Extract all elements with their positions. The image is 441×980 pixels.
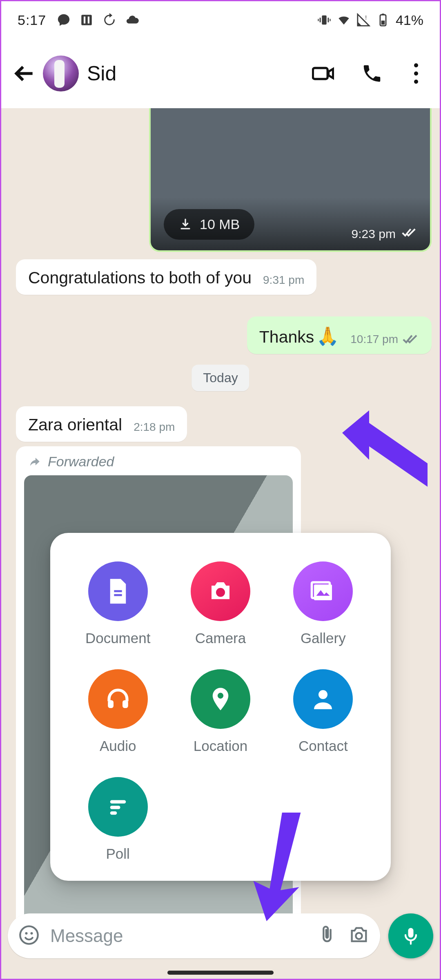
svg-rect-25: [110, 811, 117, 815]
svg-point-22: [318, 690, 327, 699]
media-time: 9:23 pm: [352, 227, 396, 241]
svg-text:!: !: [365, 14, 367, 21]
video-call-button[interactable]: [310, 60, 336, 87]
attach-audio[interactable]: Audio: [67, 669, 169, 754]
svg-rect-5: [327, 18, 329, 22]
option-label: Gallery: [301, 630, 346, 646]
svg-rect-10: [382, 13, 384, 15]
svg-point-16: [216, 588, 225, 597]
svg-rect-23: [110, 800, 126, 804]
forwarded-label: Forwarded: [24, 454, 293, 475]
svg-rect-19: [108, 700, 114, 708]
attach-camera[interactable]: Camera: [169, 561, 272, 646]
read-ticks-icon: [401, 226, 418, 241]
received-message[interactable]: Congratulations to both of you 9:31 pm: [16, 259, 316, 295]
svg-marker-13: [254, 813, 301, 921]
message-time: 2:18 pm: [134, 421, 175, 434]
notification-cloud-icon: [125, 13, 139, 27]
sent-media-message[interactable]: 10 MB 9:23 pm: [149, 108, 432, 252]
annotation-arrow-icon: [338, 410, 428, 502]
svg-rect-1: [84, 17, 85, 24]
svg-point-29: [356, 933, 362, 939]
back-button[interactable]: [9, 57, 41, 90]
message-text: Zara oriental: [28, 415, 122, 434]
attach-poll[interactable]: Poll: [67, 777, 169, 862]
chat-body[interactable]: 10 MB 9:23 pm Congratulations to both of…: [1, 108, 440, 979]
option-label: Poll: [106, 846, 129, 862]
attachment-sheet: Document Camera Gallery Audio Location C…: [50, 533, 391, 881]
option-label: Contact: [298, 738, 348, 754]
media-size: 10 MB: [200, 216, 240, 232]
chat-app-bar: Sid: [1, 39, 440, 108]
poll-icon: [88, 777, 148, 837]
more-options-button[interactable]: [408, 63, 424, 84]
pray-emoji-icon: 🙏: [316, 325, 339, 347]
svg-rect-30: [408, 928, 414, 938]
gallery-icon: [293, 561, 353, 621]
media-meta: 9:23 pm: [352, 226, 418, 241]
signal-icon: !: [356, 13, 370, 27]
message-time: 9:31 pm: [263, 274, 304, 287]
attach-document[interactable]: Document: [67, 561, 169, 646]
message-text: Thanks: [259, 327, 314, 347]
document-icon: [88, 561, 148, 621]
message-text: Congratulations to both of you: [28, 268, 252, 287]
contact-name[interactable]: Sid: [87, 62, 310, 85]
camera-shortcut-icon[interactable]: [348, 924, 370, 947]
notification-app-icon: [80, 13, 94, 27]
attach-contact[interactable]: Contact: [272, 669, 374, 754]
message-time: 10:17 pm: [350, 333, 398, 347]
notification-chat-icon: [57, 13, 71, 27]
svg-rect-4: [320, 18, 321, 22]
voice-record-button[interactable]: [388, 913, 433, 958]
composer-area: Message: [8, 913, 433, 958]
download-media-button[interactable]: 10 MB: [164, 209, 254, 240]
svg-rect-3: [322, 16, 326, 25]
voice-call-button[interactable]: [359, 60, 385, 87]
svg-marker-12: [342, 410, 428, 487]
emoji-icon[interactable]: [18, 924, 40, 947]
message-placeholder: Message: [50, 926, 306, 946]
svg-rect-2: [88, 17, 89, 24]
headphones-icon: [88, 669, 148, 729]
svg-rect-15: [114, 594, 122, 596]
svg-rect-7: [330, 19, 330, 21]
sent-message[interactable]: Thanks 🙏 10:17 pm: [247, 316, 432, 354]
person-icon: [293, 669, 353, 729]
svg-rect-6: [318, 19, 318, 21]
option-label: Audio: [100, 738, 136, 754]
svg-rect-14: [114, 590, 122, 592]
svg-point-27: [25, 932, 27, 935]
location-pin-icon: [191, 669, 250, 729]
status-bar: 5:17 ! 41%: [1, 1, 440, 39]
svg-rect-0: [81, 15, 92, 25]
received-message[interactable]: Zara oriental 2:18 pm: [16, 406, 187, 442]
option-label: Location: [194, 738, 247, 754]
battery-percent: 41%: [396, 12, 423, 28]
attach-location[interactable]: Location: [169, 669, 272, 754]
camera-icon: [191, 561, 250, 621]
message-input[interactable]: Message: [8, 913, 380, 958]
option-label: Document: [85, 630, 151, 646]
status-time: 5:17: [18, 12, 46, 28]
date-divider: Today: [192, 365, 249, 391]
attach-gallery[interactable]: Gallery: [272, 561, 374, 646]
wifi-icon: [337, 13, 351, 27]
option-label: Camera: [195, 630, 246, 646]
vibrate-icon: [317, 13, 331, 27]
svg-rect-11: [381, 20, 385, 24]
svg-rect-24: [110, 806, 120, 809]
gesture-bar: [167, 971, 274, 975]
svg-rect-20: [122, 700, 128, 708]
read-ticks-icon: [398, 333, 419, 347]
svg-point-21: [218, 693, 223, 699]
attach-icon[interactable]: [316, 924, 338, 947]
annotation-arrow-icon: [234, 810, 312, 926]
battery-icon: [376, 13, 390, 27]
notification-sync-icon: [102, 13, 116, 27]
contact-avatar[interactable]: [43, 56, 79, 91]
svg-point-26: [20, 926, 38, 944]
svg-point-28: [30, 932, 33, 935]
